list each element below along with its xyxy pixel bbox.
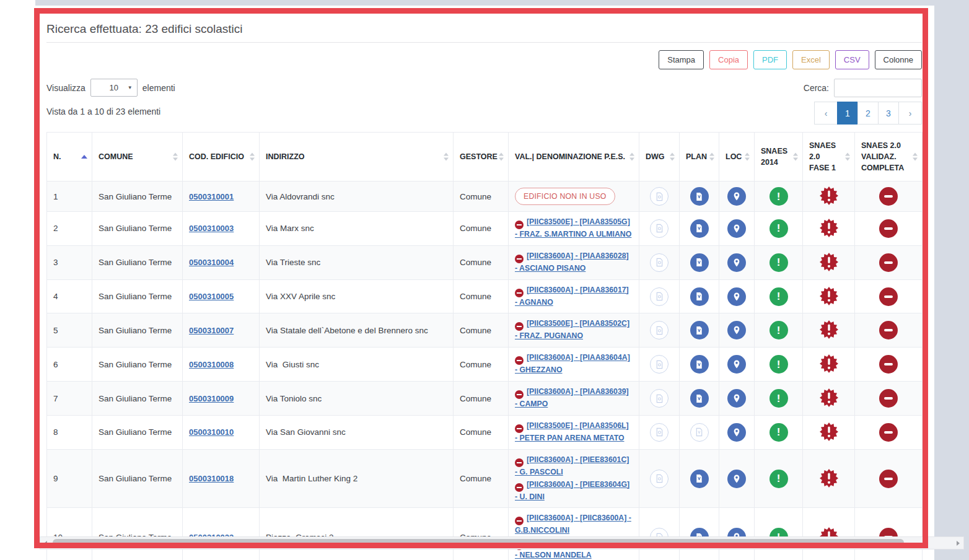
pagination-page-2[interactable]: 2 xyxy=(857,102,879,125)
stampa-button[interactable]: Stampa xyxy=(659,50,704,69)
cod-edificio-link[interactable]: 0500310005 xyxy=(189,292,234,301)
cod-edificio-link[interactable]: 0500310008 xyxy=(189,360,234,369)
snaes-2014-ok-icon[interactable]: ! xyxy=(770,321,788,339)
snaes20-fase1-alert-icon[interactable] xyxy=(819,388,839,408)
snaes20-fase1-alert-icon[interactable] xyxy=(819,286,839,306)
cod-edificio-link[interactable]: 0500310007 xyxy=(189,326,234,335)
snaes20-fase1-alert-icon[interactable] xyxy=(819,252,839,272)
colonne-button[interactable]: Colonne xyxy=(875,50,922,69)
pes-denominazione-link[interactable]: [PIIC83600A] - [PIAA836017] - AGNANO xyxy=(515,286,629,307)
snaes-2014-ok-icon[interactable]: ! xyxy=(770,470,788,488)
snaes20-fase1-alert-icon[interactable] xyxy=(819,354,839,374)
cod-edificio-link[interactable]: 0500310010 xyxy=(189,427,234,437)
pes-denominazione-link[interactable]: [PIIC83600A] - [PIEE83601C] - G. PASCOLI xyxy=(515,455,629,476)
snaes-2014-cell: ! xyxy=(755,508,803,560)
snaes20-validaz-blocked-icon[interactable] xyxy=(879,355,898,374)
plan-pdf-icon[interactable] xyxy=(690,355,709,374)
snaes20-validaz-blocked-icon[interactable] xyxy=(879,219,898,238)
location-pin-icon[interactable] xyxy=(727,321,746,339)
excel-button[interactable]: Excel xyxy=(792,50,830,69)
col-header-loc[interactable]: LOC xyxy=(719,133,755,182)
show-label: Visualizza xyxy=(46,83,86,93)
cod-edificio-link[interactable]: 0500310003 xyxy=(189,224,234,233)
col-header-n[interactable]: N. xyxy=(47,133,92,182)
snaes20-fase1-alert-icon[interactable] xyxy=(819,422,839,442)
pagination-page-3[interactable]: 3 xyxy=(878,102,899,125)
col-header-snaes-2014[interactable]: SNAES 2014 xyxy=(755,133,803,182)
snaes20-fase1-alert-icon[interactable] xyxy=(819,468,839,488)
page-size-select[interactable]: 10 ▼ xyxy=(90,79,138,97)
csv-button[interactable]: CSV xyxy=(835,50,869,69)
plan-pdf-icon[interactable] xyxy=(690,287,709,306)
col-header-val-denominazione[interactable]: VAL.| DENOMINAZIONE P.E.S. xyxy=(509,133,639,182)
cod-edificio-link[interactable]: 0500310009 xyxy=(189,394,234,403)
cod-edificio-link[interactable]: 0500310004 xyxy=(189,258,234,267)
pagination-page-1[interactable]: 1 xyxy=(837,102,858,125)
snaes-2014-ok-icon[interactable]: ! xyxy=(770,389,788,408)
location-pin-icon[interactable] xyxy=(727,423,746,442)
plan-cell xyxy=(680,382,719,416)
col-header-plan[interactable]: PLAN xyxy=(680,133,719,182)
col-header-snaes20-fase1[interactable]: SNAES 2.0 FASE 1 xyxy=(803,133,855,182)
snaes-2014-ok-icon[interactable]: ! xyxy=(770,287,788,306)
pes-denominazione-link[interactable]: [PIIC83500E] - [PIAA83506L] - PETER PAN … xyxy=(515,421,629,442)
location-pin-icon[interactable] xyxy=(727,355,746,374)
snaes20-validaz-blocked-icon[interactable] xyxy=(879,187,898,206)
col-header-gestore[interactable]: GESTORE xyxy=(454,133,509,182)
snaes-2014-ok-icon[interactable]: ! xyxy=(770,187,788,206)
minus-circle-icon xyxy=(515,390,524,399)
snaes20-fase1-alert-icon[interactable] xyxy=(819,186,839,206)
pagination-next[interactable]: › xyxy=(898,102,922,125)
pes-denominazione-link[interactable]: [PIIC83600A] - [PIIC83600A] - G.B.NICCOL… xyxy=(515,514,631,535)
plan-pdf-icon[interactable] xyxy=(690,321,709,339)
location-pin-icon[interactable] xyxy=(727,253,746,272)
location-pin-icon[interactable] xyxy=(727,470,746,488)
plan-pdf-icon[interactable] xyxy=(690,253,709,272)
horizontal-scrollbar-thumb[interactable] xyxy=(53,539,904,547)
col-header-indirizzo[interactable]: INDIRIZZO xyxy=(260,133,454,182)
location-pin-icon[interactable] xyxy=(727,219,746,238)
val-denominazione-cell: [PIIC83600A] - [PIAA83604A] - GHEZZANO xyxy=(509,348,639,382)
cod-edificio-link[interactable]: 0500310001 xyxy=(189,192,234,201)
snaes20-validaz-blocked-icon[interactable] xyxy=(879,253,898,272)
copia-button[interactable]: Copia xyxy=(709,50,748,69)
snaes20-validaz-blocked-icon[interactable] xyxy=(879,287,898,306)
location-pin-icon[interactable] xyxy=(727,187,746,206)
caret-down-icon: ▼ xyxy=(128,85,133,90)
search-input[interactable] xyxy=(834,79,922,97)
pes-denominazione-link[interactable]: [PIIC83600A] - [PIAA83604A] - GHEZZANO xyxy=(515,353,630,374)
pes-denominazione-link[interactable]: [PIIC83500E] - [PIAA83505G] - FRAZ. S.MA… xyxy=(515,217,631,238)
plan-pdf-icon[interactable] xyxy=(690,187,709,206)
col-header-dwg[interactable]: DWG xyxy=(639,133,680,182)
snaes-2014-ok-icon[interactable]: ! xyxy=(770,219,788,238)
loc-cell xyxy=(719,245,755,279)
horizontal-scrollbar[interactable] xyxy=(40,536,964,549)
snaes-2014-ok-icon[interactable]: ! xyxy=(770,355,788,374)
pdf-button[interactable]: PDF xyxy=(753,50,787,69)
scroll-left-arrow-icon[interactable] xyxy=(44,541,47,546)
location-pin-icon[interactable] xyxy=(727,389,746,408)
location-pin-icon[interactable] xyxy=(727,287,746,306)
cod-edificio-cell: 0500310005 xyxy=(183,279,260,313)
snaes20-validaz-blocked-icon[interactable] xyxy=(879,470,898,488)
col-header-cod-edificio[interactable]: COD. EDIFICIO xyxy=(183,133,260,182)
pes-denominazione-link[interactable]: [PIIC83600A] - [PIEE83604G] - U. DINI xyxy=(515,480,629,501)
plan-pdf-icon[interactable] xyxy=(690,219,709,238)
pes-denominazione-link[interactable]: [PIIC83600A] - [PIAA836028] - ASCIANO PI… xyxy=(515,252,629,273)
col-header-comune[interactable]: COMUNE xyxy=(92,133,183,182)
plan-pdf-icon[interactable] xyxy=(690,470,709,488)
snaes-2014-ok-icon[interactable]: ! xyxy=(770,423,788,442)
scroll-right-arrow-icon[interactable] xyxy=(957,541,960,546)
snaes20-fase1-alert-icon[interactable] xyxy=(819,218,839,238)
cod-edificio-link[interactable]: 0500310018 xyxy=(189,474,234,483)
snaes20-fase1-alert-icon[interactable] xyxy=(819,320,839,339)
pes-denominazione-link[interactable]: [PIIC83500E] - [PIAA83502C] - FRAZ. PUGN… xyxy=(515,319,629,340)
pes-denominazione-link[interactable]: [PIIC83600A] - [PIAA836039] - CAMPO xyxy=(515,387,629,408)
snaes20-validaz-blocked-icon[interactable] xyxy=(879,321,898,339)
snaes20-validaz-blocked-icon[interactable] xyxy=(879,389,898,408)
pagination-prev[interactable]: ‹ xyxy=(814,102,838,125)
snaes-2014-ok-icon[interactable]: ! xyxy=(770,253,788,272)
plan-pdf-icon[interactable] xyxy=(690,389,709,408)
col-header-snaes20-validaz[interactable]: SNAES 2.0 VALIDAZ. COMPLETA xyxy=(855,133,923,182)
snaes20-validaz-blocked-icon[interactable] xyxy=(879,423,898,442)
